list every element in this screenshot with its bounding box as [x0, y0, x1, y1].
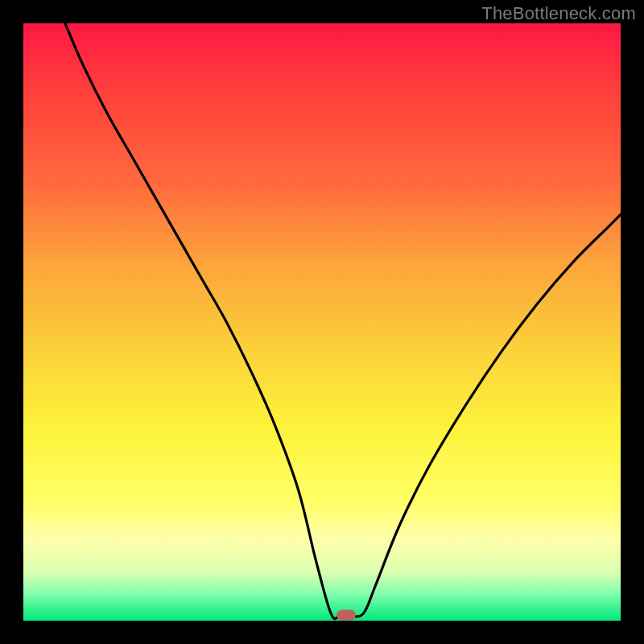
optimal-point-marker	[336, 610, 356, 621]
plot-area	[23, 23, 621, 621]
chart-frame: TheBottleneck.com	[0, 0, 644, 644]
watermark-text: TheBottleneck.com	[481, 3, 636, 24]
bottleneck-curve	[23, 23, 621, 621]
